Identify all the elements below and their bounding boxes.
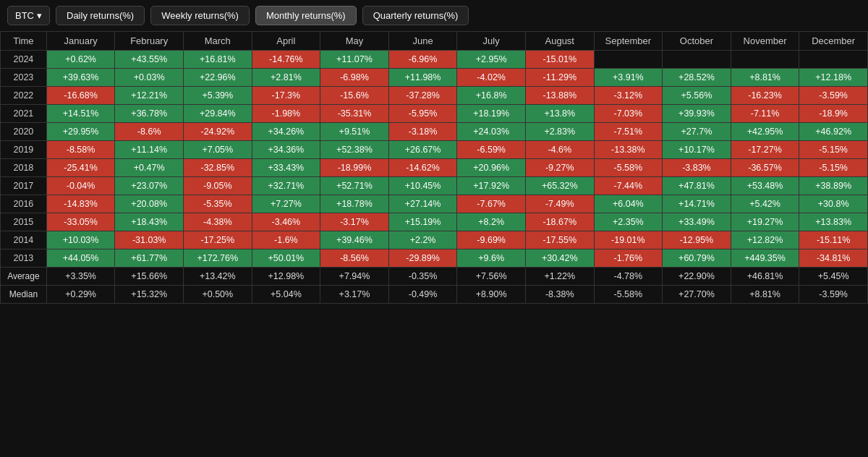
- data-cell: [731, 51, 799, 69]
- data-cell: +47.81%: [663, 177, 731, 195]
- data-cell: -1.98%: [252, 105, 320, 123]
- average-cell: +46.81%: [731, 268, 799, 286]
- data-cell: +2.95%: [457, 51, 526, 69]
- data-cell: +15.19%: [388, 213, 457, 231]
- col-header-june: June: [388, 32, 457, 51]
- data-cell: +5.42%: [731, 195, 799, 213]
- median-cell: +27.70%: [663, 286, 731, 304]
- year-cell: 2017: [1, 177, 47, 195]
- data-cell: -1.6%: [252, 231, 320, 249]
- data-cell: +30.42%: [525, 249, 594, 268]
- tab-daily[interactable]: Daily returns(%): [56, 6, 145, 25]
- data-cell: +11.98%: [388, 69, 457, 87]
- data-cell: +3.91%: [594, 69, 663, 87]
- data-cell: +46.92%: [799, 123, 868, 141]
- data-cell: +14.51%: [46, 105, 115, 123]
- table-row: 2022-16.68%+12.21%+5.39%-17.3%-15.6%-37.…: [1, 87, 868, 105]
- data-cell: +44.05%: [46, 249, 115, 268]
- data-cell: +9.51%: [320, 123, 389, 141]
- col-header-november: November: [731, 32, 799, 51]
- year-cell: 2019: [1, 141, 47, 159]
- table-row: 2017-0.04%+23.07%-9.05%+32.71%+52.71%+10…: [1, 177, 868, 195]
- table-row: 2024+0.62%+43.55%+16.81%-14.76%+11.07%-6…: [1, 51, 868, 69]
- data-cell: -0.04%: [46, 177, 115, 195]
- average-cell: +7.94%: [320, 268, 389, 286]
- data-cell: +2.2%: [388, 231, 457, 249]
- data-cell: +50.01%: [252, 249, 320, 268]
- data-cell: +33.49%: [663, 213, 731, 231]
- data-cell: -29.89%: [388, 249, 457, 268]
- data-cell: +9.6%: [457, 249, 526, 268]
- data-cell: +5.56%: [663, 87, 731, 105]
- data-cell: -5.15%: [799, 159, 868, 177]
- data-cell: +8.2%: [457, 213, 526, 231]
- data-cell: +172.76%: [183, 249, 252, 268]
- col-header-october: October: [663, 32, 731, 51]
- data-cell: -17.25%: [183, 231, 252, 249]
- data-cell: +28.52%: [663, 69, 731, 87]
- data-cell: -9.27%: [525, 159, 594, 177]
- col-header-july: July: [457, 32, 526, 51]
- data-cell: -7.44%: [594, 177, 663, 195]
- data-cell: +17.92%: [457, 177, 526, 195]
- data-cell: +2.81%: [252, 69, 320, 87]
- table-row: 2021+14.51%+36.78%+29.84%-1.98%-35.31%-5…: [1, 105, 868, 123]
- data-cell: -33.05%: [46, 213, 115, 231]
- average-label: Average: [1, 268, 47, 286]
- data-cell: -3.46%: [252, 213, 320, 231]
- data-cell: -18.67%: [525, 213, 594, 231]
- data-cell: +29.95%: [46, 123, 115, 141]
- data-cell: -9.05%: [183, 177, 252, 195]
- data-cell: +19.27%: [731, 213, 799, 231]
- data-cell: +42.95%: [731, 123, 799, 141]
- data-cell: +2.35%: [594, 213, 663, 231]
- data-cell: [663, 51, 731, 69]
- median-cell: +3.17%: [320, 286, 389, 304]
- data-cell: +16.81%: [183, 51, 252, 69]
- col-header-time: Time: [1, 32, 47, 51]
- median-cell: -5.58%: [594, 286, 663, 304]
- year-cell: 2015: [1, 213, 47, 231]
- table-row: 2019-8.58%+11.14%+7.05%+34.36%+52.38%+26…: [1, 141, 868, 159]
- col-header-january: January: [46, 32, 115, 51]
- tab-quarterly[interactable]: Quarterly returns(%): [362, 6, 469, 25]
- table-row: 2014+10.03%-31.03%-17.25%-1.6%+39.46%+2.…: [1, 231, 868, 249]
- data-cell: +12.18%: [799, 69, 868, 87]
- tab-weekly[interactable]: Weekly returns(%): [150, 6, 250, 25]
- tab-monthly[interactable]: Monthly returns(%): [255, 6, 357, 25]
- data-cell: +18.19%: [457, 105, 526, 123]
- data-cell: +33.43%: [252, 159, 320, 177]
- data-cell: +5.39%: [183, 87, 252, 105]
- median-cell: +0.50%: [183, 286, 252, 304]
- data-cell: -17.55%: [525, 231, 594, 249]
- data-cell: +53.48%: [731, 177, 799, 195]
- col-header-august: August: [525, 32, 594, 51]
- data-cell: +7.05%: [183, 141, 252, 159]
- year-cell: 2023: [1, 69, 47, 87]
- data-cell: +12.21%: [115, 87, 184, 105]
- year-cell: 2016: [1, 195, 47, 213]
- btc-selector[interactable]: BTC ▾: [7, 6, 50, 25]
- data-cell: +13.8%: [525, 105, 594, 123]
- col-header-may: May: [320, 32, 389, 51]
- data-cell: -13.88%: [525, 87, 594, 105]
- data-cell: +14.71%: [663, 195, 731, 213]
- data-cell: -11.29%: [525, 69, 594, 87]
- data-cell: -8.6%: [115, 123, 184, 141]
- median-cell: -3.59%: [799, 286, 868, 304]
- average-cell: -0.35%: [388, 268, 457, 286]
- average-cell: -4.78%: [594, 268, 663, 286]
- data-cell: -13.38%: [594, 141, 663, 159]
- median-cell: +5.04%: [252, 286, 320, 304]
- data-cell: -5.15%: [799, 141, 868, 159]
- table-row: 2018-25.41%+0.47%-32.85%+33.43%-18.99%-1…: [1, 159, 868, 177]
- data-cell: -25.41%: [46, 159, 115, 177]
- data-cell: -15.6%: [320, 87, 389, 105]
- data-cell: +65.32%: [525, 177, 594, 195]
- data-cell: -7.11%: [731, 105, 799, 123]
- average-cell: +22.90%: [663, 268, 731, 286]
- year-cell: 2014: [1, 231, 47, 249]
- data-cell: -14.62%: [388, 159, 457, 177]
- average-cell: +1.22%: [525, 268, 594, 286]
- data-cell: +38.89%: [799, 177, 868, 195]
